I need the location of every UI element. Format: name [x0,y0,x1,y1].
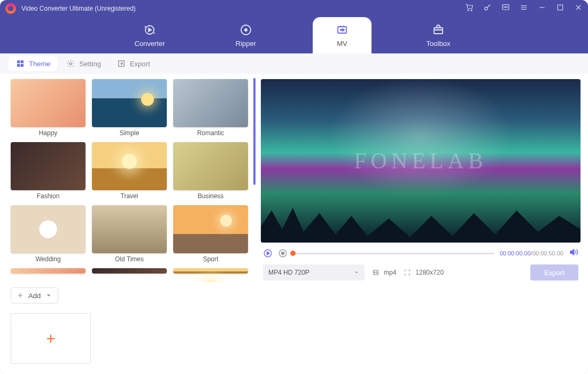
theme-old-times[interactable]: Old Times [92,205,167,263]
theme-business[interactable]: Business [173,142,248,200]
export-row: MP4 HD 720P mp4 1280x720 Export [261,261,581,282]
minimize-icon[interactable] [538,3,546,14]
tab-label: Ripper [236,40,256,48]
svg-point-5 [505,7,506,7]
subtab-label: Theme [29,60,50,68]
app-logo-icon [5,3,16,14]
svg-point-0 [468,10,469,11]
theme-thumbnail [173,268,248,274]
svg-rect-18 [21,64,24,67]
svg-point-19 [69,63,72,65]
theme-panel: Happy Simple Romantic Fashion Travel Bus… [0,74,257,282]
theme-thumbnail [11,142,86,190]
format-value: MP4 HD 720P [268,269,310,276]
svg-rect-15 [17,60,20,63]
svg-rect-17 [17,64,20,67]
theme-grid: Happy Simple Romantic Fashion Travel Bus… [11,79,253,274]
subtab-export[interactable]: Export [110,56,158,71]
theme-thumbnail [92,268,167,274]
tab-converter[interactable]: Converter [120,17,179,53]
app-title: Video Converter Ultimate (Unregistered) [21,5,465,12]
content-row: Happy Simple Romantic Fashion Travel Bus… [0,74,588,282]
window-controls [465,3,583,14]
close-icon[interactable] [574,3,583,14]
theme-thumbnail [173,142,248,190]
svg-marker-22 [267,252,270,255]
header: Video Converter Ultimate (Unregistered) [0,0,588,53]
theme-scrollbar[interactable] [253,78,256,185]
add-media-placeholder[interactable]: + [11,313,91,364]
preview-watermark: FONELAB [354,148,488,174]
main-tabs: Converter Ripper MV Toolbox [0,17,588,53]
time-total: 00:00:50.00 [532,250,563,256]
theme-simple[interactable]: Simple [92,79,167,137]
film-icon [372,269,380,276]
theme-romantic[interactable]: Romantic [173,79,248,137]
svg-point-4 [504,7,505,7]
svg-point-6 [507,7,507,7]
time-current: 00:00:00.00 [500,250,531,256]
volume-button[interactable] [569,247,578,259]
theme-thumbnail [92,79,167,127]
theme-thumbnail [173,79,248,127]
subtab-theme[interactable]: Theme [9,56,58,71]
seek-slider[interactable] [293,253,494,254]
preview-foreground [261,205,581,243]
svg-marker-9 [149,28,151,32]
player-controls: 00:00:00.00/00:00:50.00 [261,246,581,261]
svg-point-2 [485,7,488,10]
expand-icon [404,269,411,276]
app-window: Video Converter Ultimate (Unregistered) [0,0,588,374]
theme-thumbnail [11,268,86,274]
add-button[interactable]: Add [11,287,58,303]
feedback-icon[interactable] [501,3,510,14]
main-area: Happy Simple Romantic Fashion Travel Bus… [0,74,588,374]
preview-panel: FONELAB [257,74,588,282]
format-ext-display: mp4 [372,269,396,276]
theme-happy[interactable]: Happy [11,79,86,137]
resolution-value: 1280x720 [415,269,444,276]
cart-icon[interactable] [465,3,474,14]
chevron-down-icon [354,270,359,275]
key-icon[interactable] [483,3,492,14]
export-button[interactable]: Export [530,264,578,280]
theme-thumbnail [92,205,167,253]
svg-point-11 [245,29,247,31]
svg-rect-24 [282,252,284,255]
theme-partial[interactable] [173,268,248,274]
subtab-setting[interactable]: Setting [59,56,108,71]
tab-toolbox[interactable]: Toolbox [409,17,468,53]
subtab-label: Setting [79,60,100,68]
theme-wedding[interactable]: Wedding [11,205,86,263]
theme-partial[interactable] [92,268,167,274]
format-ext: mp4 [384,269,396,276]
time-display: 00:00:00.00/00:00:50.00 [500,250,563,256]
theme-travel[interactable]: Travel [92,142,167,200]
add-label: Add [28,292,41,300]
video-preview[interactable]: FONELAB [261,79,581,243]
maximize-icon[interactable] [556,3,564,14]
svg-rect-16 [21,60,24,63]
format-dropdown[interactable]: MP4 HD 720P [263,264,365,280]
plus-icon [17,292,24,299]
tab-label: Converter [134,40,165,48]
tab-ripper[interactable]: Ripper [216,17,275,53]
resolution-display: 1280x720 [404,269,444,276]
theme-sport[interactable]: Sport [173,205,248,263]
play-button[interactable] [263,248,273,258]
svg-rect-7 [558,5,562,10]
theme-thumbnail [92,142,167,190]
theme-thumbnail [173,205,248,253]
theme-partial[interactable] [11,268,86,274]
seek-knob[interactable] [290,251,296,256]
title-bar: Video Converter Ultimate (Unregistered) [0,0,588,17]
svg-rect-14 [434,28,443,34]
svg-point-1 [471,10,472,11]
theme-fashion[interactable]: Fashion [11,142,86,200]
stop-button[interactable] [278,248,288,258]
menu-icon[interactable] [520,3,528,14]
svg-point-13 [341,29,342,30]
sub-tabs: Theme Setting Export [0,53,588,74]
tab-mv[interactable]: MV [313,17,372,53]
subtab-label: Export [130,60,150,68]
